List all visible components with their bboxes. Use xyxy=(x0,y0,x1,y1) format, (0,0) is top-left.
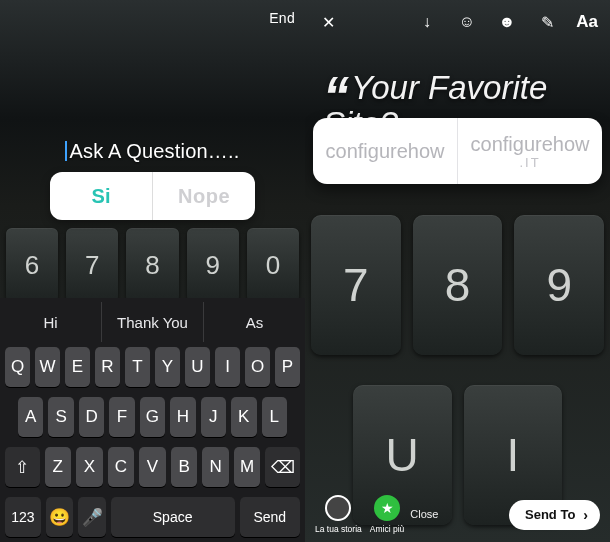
chevron-right-icon: › xyxy=(583,507,588,523)
send-to-button[interactable]: Send To › xyxy=(509,500,600,530)
close-button[interactable]: Close xyxy=(410,508,438,521)
poll-question-input[interactable]: Ask A Question….. xyxy=(0,140,305,163)
poll-option-sublabel: .IT xyxy=(519,156,540,169)
key-n[interactable]: N xyxy=(202,447,229,487)
key-mic[interactable]: 🎤 xyxy=(78,497,106,537)
key-u[interactable]: U xyxy=(185,347,210,387)
target-label: La tua storia xyxy=(315,524,362,534)
key-j[interactable]: J xyxy=(201,397,226,437)
key-r[interactable]: R xyxy=(95,347,120,387)
key-space[interactable]: Space xyxy=(111,497,235,537)
key-w[interactable]: W xyxy=(35,347,60,387)
keyboard-suggestion[interactable]: Thank You xyxy=(101,302,203,342)
key-b[interactable]: B xyxy=(171,447,198,487)
key-m[interactable]: M xyxy=(234,447,261,487)
key-g[interactable]: G xyxy=(140,397,165,437)
poll-option-label: configurehow xyxy=(326,141,445,161)
key-t[interactable]: T xyxy=(125,347,150,387)
poll-option-yes[interactable]: Si xyxy=(50,172,152,220)
draw-icon[interactable]: ✎ xyxy=(536,11,558,33)
poll-option-left[interactable]: configurehow xyxy=(313,118,457,184)
keyboard-suggestion-bar: Hi Thank You As xyxy=(0,302,305,342)
poll-option-label: configurehow xyxy=(471,134,590,154)
send-to-label: Send To xyxy=(525,507,575,522)
story-poll-editor-screen: 6 7 8 9 0 End Ask A Question….. Si Nope … xyxy=(0,0,305,542)
key-numbers[interactable]: 123 xyxy=(5,497,41,537)
key-x[interactable]: X xyxy=(76,447,103,487)
face-filter-icon[interactable]: ☺ xyxy=(456,11,478,33)
poll-option-right[interactable]: configurehow .IT xyxy=(457,118,602,184)
bg-physical-key: 8 xyxy=(413,215,503,355)
close-friends-target[interactable]: ★ Amici più xyxy=(370,495,404,534)
key-o[interactable]: O xyxy=(245,347,270,387)
bg-physical-key: 7 xyxy=(66,228,118,302)
avatar xyxy=(325,495,351,521)
key-s[interactable]: S xyxy=(48,397,73,437)
end-button[interactable]: End xyxy=(269,10,295,26)
key-i[interactable]: I xyxy=(215,347,240,387)
story-toolbar: ✕ ↓ ☺ ☻ ✎ Aa xyxy=(305,0,610,44)
text-cursor xyxy=(65,141,67,161)
bg-physical-key: 6 xyxy=(6,228,58,302)
key-p[interactable]: P xyxy=(275,347,300,387)
ios-keyboard: Hi Thank You As Q W E R T Y U I O P A S … xyxy=(0,298,305,542)
bg-physical-key: 7 xyxy=(311,215,401,355)
bg-physical-key: 9 xyxy=(514,215,604,355)
quote-mark-icon: “ xyxy=(323,85,349,106)
key-f[interactable]: F xyxy=(109,397,134,437)
close-icon[interactable]: ✕ xyxy=(317,11,339,33)
keyboard-suggestion[interactable]: Hi xyxy=(0,302,101,342)
download-icon[interactable]: ↓ xyxy=(416,11,438,33)
key-send[interactable]: Send xyxy=(240,497,301,537)
star-icon: ★ xyxy=(374,495,400,521)
sticker-icon[interactable]: ☻ xyxy=(496,11,518,33)
key-v[interactable]: V xyxy=(139,447,166,487)
target-label: Amici più xyxy=(370,524,404,534)
share-bar: La tua storia ★ Amici più Close Send To … xyxy=(305,495,610,534)
poll-sticker[interactable]: Si Nope xyxy=(50,172,255,220)
bg-physical-key: 0 xyxy=(247,228,299,302)
key-shift[interactable]: ⇧ xyxy=(5,447,40,487)
key-emoji[interactable]: 😀 xyxy=(46,497,74,537)
text-icon[interactable]: Aa xyxy=(576,11,598,33)
key-z[interactable]: Z xyxy=(45,447,72,487)
poll-option-no[interactable]: Nope xyxy=(152,172,255,220)
story-share-screen: 7 8 9 U I ✕ ↓ ☺ ☻ ✎ Aa “Your Favorite Si… xyxy=(305,0,610,542)
key-y[interactable]: Y xyxy=(155,347,180,387)
key-h[interactable]: H xyxy=(170,397,195,437)
poll-question-placeholder: Ask A Question….. xyxy=(69,140,239,162)
key-l[interactable]: L xyxy=(262,397,287,437)
key-backspace[interactable]: ⌫ xyxy=(265,447,300,487)
key-q[interactable]: Q xyxy=(5,347,30,387)
bg-physical-key: 8 xyxy=(126,228,178,302)
poll-sticker[interactable]: configurehow configurehow .IT xyxy=(313,118,602,184)
bg-physical-key: 9 xyxy=(187,228,239,302)
key-k[interactable]: K xyxy=(231,397,256,437)
keyboard-suggestion[interactable]: As xyxy=(203,302,305,342)
key-a[interactable]: A xyxy=(18,397,43,437)
key-e[interactable]: E xyxy=(65,347,90,387)
key-c[interactable]: C xyxy=(108,447,135,487)
key-d[interactable]: D xyxy=(79,397,104,437)
your-story-target[interactable]: La tua storia xyxy=(315,495,362,534)
